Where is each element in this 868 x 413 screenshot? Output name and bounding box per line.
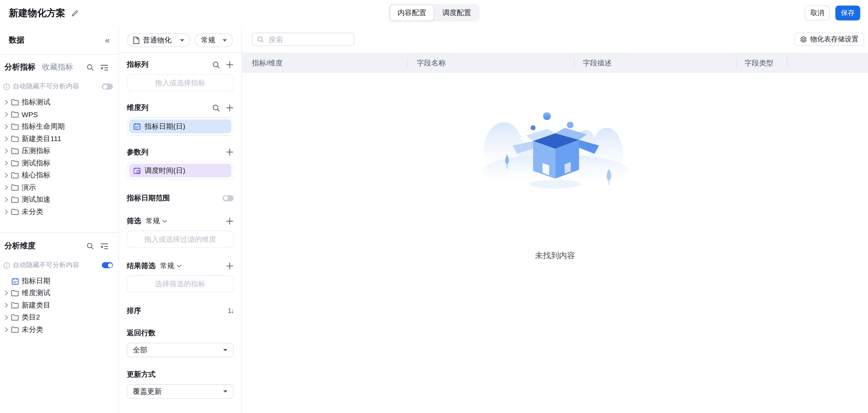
chevron-right-icon[interactable] — [3, 100, 9, 105]
auto-hide-label: 自动隐藏不可分析内容 — [13, 261, 99, 270]
folder-item[interactable]: 新建类目 — [0, 299, 119, 312]
search-input[interactable] — [267, 35, 349, 44]
plus-icon[interactable] — [226, 262, 234, 270]
search-icon[interactable] — [212, 61, 220, 69]
folder-label: 新建类目111 — [22, 134, 61, 144]
cancel-button[interactable]: 取消 — [805, 5, 830, 21]
metric-dropzone[interactable]: 拖入或选择指标 — [127, 74, 234, 91]
table-header-cell: 指标/维度 — [242, 52, 408, 73]
filter-settings-icon[interactable] — [100, 64, 108, 71]
plus-icon[interactable] — [226, 217, 234, 225]
folder-item[interactable]: 测试加速 — [0, 193, 119, 206]
sidebar-title: 数据 — [9, 35, 105, 45]
collapse-sidebar-icon[interactable]: « — [105, 36, 109, 44]
filter-mode-select[interactable]: 常规 — [146, 216, 167, 226]
search-icon[interactable] — [86, 64, 94, 72]
field-search[interactable] — [252, 33, 354, 46]
update-mode-select[interactable]: 覆盖更新 — [127, 384, 234, 399]
tab-analysis-metrics[interactable]: 分析指标 — [4, 62, 35, 72]
chevron-right-icon[interactable] — [3, 290, 9, 296]
sort-label: 排序 — [127, 306, 141, 316]
folder-icon — [11, 209, 19, 215]
materialize-type-select[interactable]: 普通物化 — [127, 33, 191, 47]
dimension-date-label: 指标日期 — [22, 276, 50, 286]
chevron-right-icon[interactable] — [3, 160, 9, 166]
folder-label: 维度测试 — [22, 288, 50, 298]
caret-down-icon — [180, 39, 184, 41]
folder-item[interactable]: 类目2 — [0, 311, 119, 324]
tab-content-config[interactable]: 内容配置 — [390, 4, 434, 21]
calendar-icon — [11, 277, 19, 285]
dimension-date-item[interactable]: 指标日期 — [0, 275, 119, 287]
plus-icon[interactable] — [226, 61, 234, 69]
sort-icon[interactable]: 1↓ — [228, 307, 233, 315]
chevron-right-icon[interactable] — [3, 185, 9, 190]
folder-item[interactable]: 测试指标 — [0, 157, 119, 170]
caret-down-icon — [222, 39, 227, 41]
result-filter-mode-value: 常规 — [160, 261, 174, 271]
chevron-right-icon[interactable] — [3, 327, 9, 332]
dimensions-section-title: 分析维度 — [4, 241, 35, 251]
document-icon — [133, 36, 140, 44]
folder-item[interactable]: WPS — [0, 109, 119, 121]
chevron-right-icon[interactable] — [3, 209, 9, 214]
folder-icon — [11, 172, 19, 178]
plus-icon[interactable] — [226, 148, 234, 156]
param-chip[interactable]: 调度时间(日) — [129, 164, 231, 177]
edit-pencil-icon[interactable] — [71, 9, 79, 17]
result-filter-label: 结果筛选 — [127, 261, 156, 271]
folder-item[interactable]: 新建类目111 — [0, 133, 119, 145]
param-chip-zone: 调度时间(日) — [127, 162, 234, 180]
date-range-toggle-off[interactable] — [222, 195, 233, 201]
chevron-right-icon[interactable] — [3, 197, 9, 202]
dimension-chip[interactable]: 指标日期(日) — [129, 120, 231, 133]
folder-label: 未分类 — [22, 325, 43, 335]
chevron-right-icon[interactable] — [3, 112, 9, 117]
folder-item[interactable]: 核心指标 — [0, 169, 119, 182]
data-sidebar: 数据 « 分析指标 收藏指标 自动隐藏不可分析内容 — [0, 26, 119, 413]
filter-mode-value: 常规 — [146, 216, 160, 226]
folder-item[interactable]: 演示 — [0, 182, 119, 194]
auto-hide-toggle-on[interactable] — [102, 262, 113, 268]
plus-icon[interactable] — [226, 104, 234, 112]
filter-dropzone[interactable]: 拖入或选择过滤的维度 — [127, 230, 234, 248]
chevron-down-icon — [177, 264, 182, 268]
chevron-right-icon[interactable] — [3, 124, 9, 129]
result-filter-mode-select[interactable]: 常规 — [160, 261, 182, 271]
chevron-right-icon[interactable] — [3, 173, 9, 178]
folder-icon — [11, 326, 19, 333]
search-icon[interactable] — [86, 242, 94, 250]
chevron-right-icon[interactable] — [3, 315, 9, 320]
info-icon — [3, 83, 10, 90]
folder-item[interactable]: 压测指标 — [0, 145, 119, 157]
param-col-label: 参数列 — [127, 147, 148, 157]
tab-schedule-config[interactable]: 调度配置 — [435, 5, 478, 21]
materialize-mode-select[interactable]: 常规 — [195, 33, 233, 47]
search-icon[interactable] — [212, 104, 220, 112]
chevron-right-icon[interactable] — [3, 148, 9, 154]
folder-item[interactable]: 指标测试 — [0, 96, 119, 109]
storage-settings-label: 物化表存储设置 — [810, 35, 858, 44]
row-count-select[interactable]: 全部 — [127, 343, 234, 357]
save-button[interactable]: 保存 — [835, 5, 860, 21]
folder-icon — [11, 111, 19, 118]
folder-item[interactable]: 未分类 — [0, 206, 119, 218]
folder-label: 核心指标 — [22, 170, 50, 180]
auto-hide-toggle-off[interactable] — [102, 84, 113, 90]
dimension-chip-label: 指标日期(日) — [144, 121, 185, 131]
row-count-label: 返回行数 — [127, 328, 156, 338]
filter-settings-icon[interactable] — [100, 242, 108, 250]
folder-icon — [11, 148, 19, 154]
chevron-right-icon[interactable] — [3, 302, 9, 308]
folder-item[interactable]: 维度测试 — [0, 287, 119, 299]
storage-settings-button[interactable]: 物化表存储设置 — [794, 33, 864, 46]
folder-item[interactable]: 指标生命周期 — [0, 121, 119, 133]
empty-state: 未找到内容 — [242, 73, 868, 413]
date-range-label: 指标日期范围 — [127, 193, 170, 203]
folder-item[interactable]: 未分类 — [0, 324, 119, 336]
materialization-config-panel: 普通物化 常规 指标列 — [119, 26, 242, 413]
result-filter-dropzone[interactable]: 选择筛选的指标 — [127, 275, 234, 292]
tab-favorite-metrics[interactable]: 收藏指标 — [42, 62, 73, 72]
chevron-right-icon[interactable] — [3, 136, 9, 141]
folder-icon — [11, 123, 19, 130]
